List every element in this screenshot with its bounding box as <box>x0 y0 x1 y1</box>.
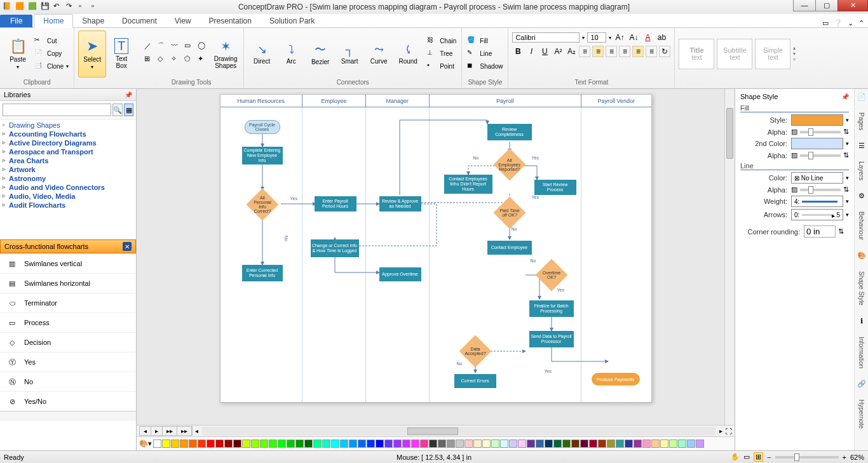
tool-icon[interactable]: ◇ <box>158 55 168 65</box>
highlight-icon[interactable]: ab <box>656 32 667 43</box>
color-swatch[interactable] <box>313 440 322 448</box>
color-swatch[interactable] <box>207 440 215 448</box>
library-search-input[interactable] <box>3 104 111 116</box>
color-swatch[interactable] <box>545 440 553 448</box>
style-title[interactable]: Titletext <box>679 39 714 69</box>
color-swatch[interactable] <box>527 440 535 448</box>
node-payroll-cycle[interactable]: Payroll Cycle Closes <box>245 120 280 134</box>
smart-button[interactable]: ┐Smart <box>336 30 363 77</box>
vertical-scrollbar[interactable] <box>724 89 735 425</box>
color-swatch[interactable] <box>278 440 286 448</box>
color-swatch[interactable] <box>509 440 517 448</box>
rotate-text-icon[interactable]: ↻ <box>659 46 670 57</box>
bold-button[interactable]: B <box>512 46 524 57</box>
page-tabs[interactable]: ◂▸▸▸▸▸ <box>139 426 193 436</box>
weight-combo[interactable]: 4: <box>791 196 843 207</box>
node-produce[interactable]: Produce Payments <box>592 373 640 386</box>
fill-button[interactable]: 🪣Fill <box>466 36 504 47</box>
color-swatch[interactable] <box>198 440 206 448</box>
color-swatch[interactable] <box>473 440 482 448</box>
color-swatch[interactable] <box>625 440 633 448</box>
textbox-button[interactable]: T Text Box <box>107 30 135 77</box>
color-swatch[interactable] <box>376 440 384 448</box>
lib-item[interactable]: Audit Flowcharts <box>3 201 133 210</box>
qat-icon[interactable]: ▫ <box>79 2 89 12</box>
color-swatch[interactable] <box>260 440 268 448</box>
snap-icon[interactable]: ⊞ <box>754 452 763 462</box>
shape-process[interactable]: ▭Process <box>0 312 136 332</box>
color-swatch[interactable] <box>589 440 597 448</box>
color-swatch[interactable] <box>660 440 668 448</box>
pages-tab-icon[interactable]: 📄 <box>857 93 866 101</box>
lib-item[interactable]: Aerospace and Transport <box>3 147 133 156</box>
copy-button[interactable]: 📄Copy <box>33 48 70 60</box>
color-swatch[interactable] <box>438 440 446 448</box>
close-button[interactable]: ✕ <box>837 0 868 11</box>
tab-shapestyle[interactable]: Shape Style <box>858 269 865 308</box>
color-swatch[interactable] <box>696 440 704 448</box>
color-swatch[interactable] <box>634 440 642 448</box>
pin-icon[interactable]: 📌 <box>841 93 849 100</box>
alpha-slider[interactable] <box>800 131 841 133</box>
cross-functional-header[interactable]: Cross-functional flowcharts ✕ <box>0 239 136 253</box>
color-swatch[interactable] <box>571 440 580 448</box>
tab-view[interactable]: View <box>166 15 200 27</box>
color-swatch[interactable] <box>384 440 393 448</box>
shape-decision[interactable]: ◇Decision <box>0 332 136 352</box>
color-swatch[interactable] <box>411 440 419 448</box>
valign-icon[interactable]: ≡ <box>632 46 644 57</box>
color-swatch[interactable] <box>349 440 357 448</box>
color-swatch[interactable] <box>367 440 375 448</box>
hypernote-tab-icon[interactable]: 🔗 <box>857 380 866 388</box>
shrink-font-icon[interactable]: A↓ <box>628 32 639 43</box>
color-swatch[interactable] <box>678 440 686 448</box>
lib-item[interactable]: Artwork <box>3 165 133 174</box>
node-change-correct[interactable]: Change or Correct Info & How Time is Log… <box>311 239 359 257</box>
align-center-icon[interactable]: ≡ <box>592 46 604 57</box>
line-button[interactable]: ✎Line <box>466 48 504 60</box>
node-send-data[interactable]: Send Data to Payroll Processor <box>529 331 574 347</box>
select-button[interactable]: ➤ Select ▾ <box>78 30 106 77</box>
node-finalize[interactable]: Finalize for Batch Processing <box>529 300 574 317</box>
left-scrollbar[interactable] <box>0 411 136 421</box>
tab-solution-park[interactable]: Solution Park <box>261 15 323 27</box>
save-icon[interactable]: 💾 <box>41 2 51 12</box>
qat-icon[interactable]: 🟩 <box>28 2 38 12</box>
search-button[interactable]: 🔍 <box>112 104 123 116</box>
color-swatch[interactable] <box>482 440 491 448</box>
pin-icon[interactable]: 📌 <box>125 91 132 98</box>
node-approve-ot[interactable]: Approve Overtime <box>379 267 421 281</box>
color-swatch[interactable] <box>447 440 455 448</box>
shape-no[interactable]: ⓃNo <box>0 372 136 391</box>
color-swatch[interactable] <box>153 440 161 448</box>
tab-shape[interactable]: Shape <box>73 15 113 27</box>
color-swatch[interactable] <box>607 440 615 448</box>
layers-tab-icon[interactable]: ☰ <box>858 142 865 150</box>
tab-hypernote[interactable]: Hypernote <box>858 397 865 431</box>
stepper-icon[interactable]: ⇅ <box>838 227 844 236</box>
behaviour-tab-icon[interactable]: ⚙ <box>858 192 865 200</box>
color-swatch[interactable] <box>429 440 437 448</box>
color-swatch[interactable] <box>171 440 179 448</box>
corner-input[interactable] <box>804 225 836 238</box>
font-color-icon[interactable]: A <box>642 32 653 43</box>
valign-icon[interactable]: ≡ <box>619 46 630 57</box>
tab-presentation[interactable]: Presentation <box>200 15 261 27</box>
lib-item[interactable]: Audio, Video, Media <box>3 192 133 201</box>
ribbon-opt-icon[interactable]: ⌃ <box>858 19 864 27</box>
mdi-icon[interactable]: ▭ <box>822 19 829 27</box>
color-swatch[interactable] <box>687 440 695 448</box>
color-swatch[interactable] <box>456 440 464 448</box>
tool-icon[interactable]: ✧ <box>171 55 181 65</box>
color-swatch[interactable] <box>598 440 606 448</box>
curve-button[interactable]: ⤳Curve <box>365 30 393 77</box>
align-left-icon[interactable]: ≡ <box>579 46 590 57</box>
style-simple[interactable]: Simpletext <box>755 39 790 69</box>
color-swatch[interactable] <box>304 440 313 448</box>
color-swatch[interactable] <box>224 440 233 448</box>
color-swatch[interactable] <box>580 440 588 448</box>
shape-terminator[interactable]: ⬭Terminator <box>0 293 136 312</box>
node-correct-err[interactable]: Correct Errors <box>454 374 496 388</box>
color-swatch[interactable] <box>331 440 339 448</box>
node-start-review[interactable]: Start Review Process <box>534 180 576 195</box>
